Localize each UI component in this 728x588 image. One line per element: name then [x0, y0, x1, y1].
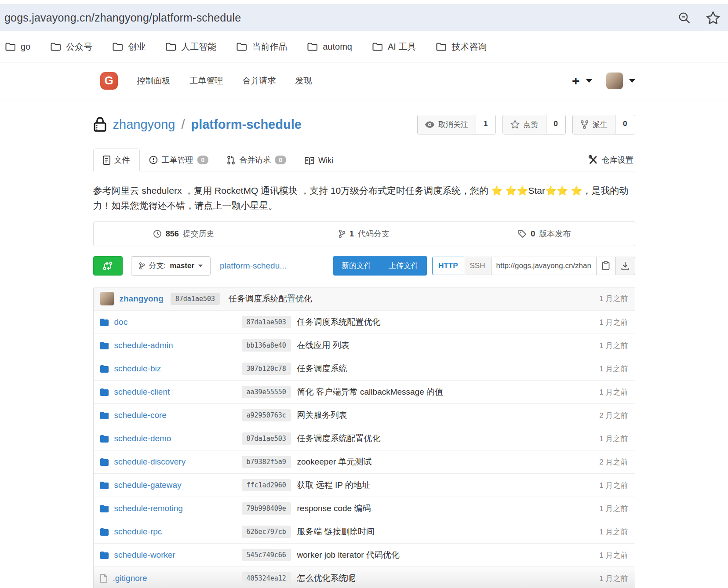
file-link[interactable]: schedule-worker [114, 550, 175, 560]
watchers-count[interactable]: 1 [476, 115, 495, 134]
bookmark-item-chuangye[interactable]: 创业 [113, 41, 146, 53]
table-row-schedule-admin[interactable]: schedule-admin bb136a8e40 在线应用 列表 1 月之前 [94, 334, 635, 357]
repo-name-link[interactable]: platform-schedule [191, 117, 301, 132]
file-link[interactable]: schedule-demo [114, 434, 171, 443]
bookmark-item-gongzhonghao[interactable]: 公众号 [51, 41, 92, 53]
nav-pulls[interactable]: 合并请求 [243, 75, 276, 87]
commit-hash-badge[interactable]: b79382f5a9 [242, 456, 291, 468]
upload-file-button[interactable]: 上传文件 [380, 256, 427, 276]
commit-hash-badge[interactable]: 405324ea12 [242, 572, 291, 584]
bookmark-item-consult[interactable]: 技术咨询 [436, 41, 487, 53]
tab-wiki[interactable]: Wiki [295, 150, 342, 171]
clone-url-input[interactable] [491, 257, 597, 275]
stars-count[interactable]: 0 [546, 115, 565, 134]
unwatch-button[interactable]: 取消关注 [418, 115, 476, 134]
commit-age: 1 月之前 [599, 527, 628, 537]
commit-hash-badge[interactable]: bb136a8e40 [242, 339, 291, 352]
commit-hash-badge[interactable]: 79b998409e [242, 502, 291, 515]
bookmark-label: 当前作品 [252, 41, 287, 53]
user-avatar[interactable] [606, 73, 623, 89]
file-link[interactable]: schedule-client [114, 387, 170, 397]
file-link[interactable]: schedule-biz [114, 364, 161, 374]
download-button[interactable] [615, 257, 635, 275]
commit-hash-badge[interactable]: 626ec797cb [242, 526, 291, 538]
create-new-button[interactable]: + [572, 74, 580, 87]
nav-explore[interactable]: 发现 [295, 75, 312, 87]
commit-age: 1 月之前 [599, 434, 628, 444]
repo-owner-link[interactable]: zhangyong [113, 117, 175, 132]
table-row-schedule-core[interactable]: schedule-core a92950763c 网关服务列表 2 月之前 [94, 403, 635, 427]
repo-path-link[interactable]: platform-schedu... [220, 261, 287, 271]
clipboard-icon [602, 261, 610, 270]
star-icon [510, 120, 520, 129]
http-protocol-button[interactable]: HTTP [432, 257, 464, 275]
commits-stat[interactable]: 856 提交历史 [94, 229, 274, 239]
commit-age: 1 月之前 [599, 573, 628, 584]
table-row-doc[interactable]: doc 87da1ae503 任务调度系统配置优化 1 月之前 [94, 310, 635, 334]
file-link[interactable]: doc [114, 317, 128, 327]
new-file-button[interactable]: 新的文件 [333, 256, 380, 276]
ssh-protocol-button[interactable]: SSH [464, 257, 491, 275]
commit-hash-badge[interactable]: ffc1ad2960 [242, 479, 291, 491]
compare-button[interactable] [93, 256, 123, 276]
table-row-schedule-biz[interactable]: schedule-biz 307b120c78 任务调度系统 1 月之前 [94, 357, 635, 380]
commit-hash-badge[interactable]: 87da1ae503 [242, 432, 291, 445]
nav-issues[interactable]: 工单管理 [190, 75, 223, 87]
caret-down-icon[interactable] [629, 79, 635, 83]
bookmark-item-works[interactable]: 当前作品 [237, 41, 287, 53]
branch-dropdown[interactable]: 分支: master [131, 256, 211, 276]
folder-icon [100, 319, 109, 326]
file-link[interactable]: schedule-admin [114, 341, 173, 350]
tab-issues-label: 工单管理 [162, 155, 193, 165]
table-row-schedule-remoting[interactable]: schedule-remoting 79b998409e response co… [94, 497, 635, 520]
file-link[interactable]: schedule-discovery [114, 457, 186, 467]
table-row-schedule-rpc[interactable]: schedule-rpc 626ec797cb 服务端 链接删除时间 1 月之前 [94, 520, 635, 543]
forks-count[interactable]: 0 [615, 115, 634, 134]
copy-url-button[interactable] [596, 257, 616, 275]
commit-hash-badge[interactable]: 307b120c78 [242, 363, 291, 375]
table-row-schedule-gateway[interactable]: schedule-gateway ffc1ad2960 获取 远程 IP 的地址… [94, 473, 635, 497]
commit-author-link[interactable]: zhangyong [120, 294, 164, 304]
commit-message: 任务调度系统 [297, 363, 600, 374]
fork-label: 派生 [593, 120, 608, 130]
tab-pulls[interactable]: 合并请求 0 [218, 149, 295, 171]
commit-author-avatar[interactable] [100, 292, 114, 305]
commit-hash-badge[interactable]: 545c749c66 [242, 549, 291, 561]
gogs-logo[interactable]: G [100, 72, 118, 90]
commit-age: 1 月之前 [599, 387, 628, 397]
caret-down-icon[interactable] [586, 79, 592, 83]
star-button[interactable]: 点赞 [503, 115, 546, 134]
repo-settings-button[interactable]: 仓库设置 [586, 149, 635, 171]
eye-icon [425, 121, 434, 128]
file-link[interactable]: .gitignore [113, 573, 147, 583]
bookmark-item-go[interactable]: go [5, 42, 30, 52]
bookmark-item-ai-tools[interactable]: AI 工具 [372, 41, 416, 53]
commit-hash-badge[interactable]: a92950763c [242, 409, 291, 421]
table-row-schedule-worker[interactable]: schedule-worker 545c749c66 worker job it… [94, 543, 635, 566]
url-text[interactable]: gogs.javayong.cn/zhangyong/platform-sche… [4, 11, 241, 24]
browser-url-bar[interactable]: gogs.javayong.cn/zhangyong/platform-sche… [0, 4, 728, 31]
file-link[interactable]: schedule-gateway [114, 480, 182, 490]
commit-hash-badge[interactable]: 87da1ae503 [171, 293, 220, 305]
table-row-gitignore[interactable]: .gitignore 405324ea12 怎么优化系统呢 1 月之前 [94, 566, 635, 588]
fork-button[interactable]: 派生 [573, 115, 615, 134]
branches-stat[interactable]: 1 代码分支 [274, 229, 454, 239]
browser-chrome: gogs.javayong.cn/zhangyong/platform-sche… [0, 0, 728, 62]
commit-message: 怎么优化系统呢 [297, 573, 600, 584]
zoom-out-icon[interactable] [677, 11, 691, 25]
bookmark-item-ai[interactable]: 人工智能 [166, 41, 216, 53]
file-link[interactable]: schedule-core [114, 410, 167, 420]
table-row-schedule-discovery[interactable]: schedule-discovery b79382f5a9 zookeeper … [94, 450, 635, 473]
releases-stat[interactable]: 0 版本发布 [454, 229, 634, 239]
file-link[interactable]: schedule-remoting [114, 504, 183, 513]
bookmark-star-icon[interactable] [706, 11, 720, 25]
bookmark-item-automq[interactable]: automq [307, 42, 352, 52]
nav-dashboard[interactable]: 控制面板 [137, 75, 171, 87]
commit-hash-badge[interactable]: aa39e55550 [242, 386, 291, 398]
tab-files[interactable]: 文件 [93, 149, 140, 171]
file-link[interactable]: schedule-rpc [114, 527, 162, 537]
table-row-schedule-demo[interactable]: schedule-demo 87da1ae503 任务调度系统配置优化 1 月之… [94, 427, 635, 450]
tab-issues[interactable]: 工单管理 0 [140, 149, 218, 171]
commit-hash-badge[interactable]: 87da1ae503 [242, 316, 291, 328]
table-row-schedule-client[interactable]: schedule-client aa39e55550 简化 客户端异常 call… [94, 380, 635, 403]
